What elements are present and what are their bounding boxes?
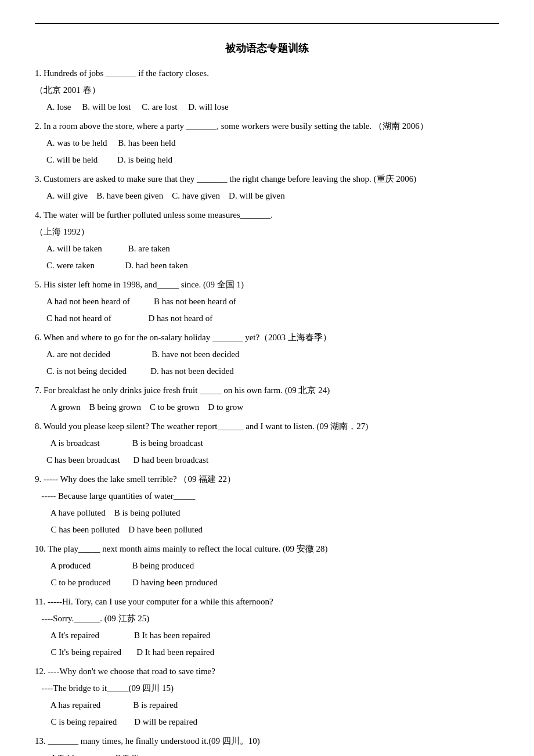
q13-opt1: A Told B Telling (46, 750, 499, 756)
q8-text: 8. Would you please keep silent? The wea… (35, 419, 499, 434)
q2-opt1: A. was to be held B. has been held (46, 135, 499, 151)
q5-opt2: C had not heard of D has not heard of (46, 311, 499, 326)
page-title: 被动语态专题训练 (35, 41, 499, 55)
q7-text: 7. For breakfast he only drinks juice fr… (35, 383, 499, 398)
top-divider (35, 23, 499, 24)
q10-opt2: C to be produced D having been produced (46, 575, 499, 591)
question-5: 5. His sister left home in 1998, and____… (35, 277, 499, 326)
question-3: 3. Customers are asked to make sure that… (35, 171, 499, 204)
q1-note: （北京 2001 春） (35, 82, 499, 98)
q12-text: 12. ----Why don't we choose that road to… (35, 664, 499, 679)
q11-opt1: A It's repaired B It has been repaired (46, 628, 499, 643)
question-1: 1. Hundreds of jobs _______ if the facto… (35, 66, 499, 115)
q8-opt2: C has been broadcast D had been broadcas… (46, 452, 499, 468)
question-4: 4. The water will be further polluted un… (35, 207, 499, 273)
q12-opt2: C is being repaired D will be repaired (46, 714, 499, 730)
q10-opt1: A produced B being produced (46, 558, 499, 574)
q5-text: 5. His sister left home in 1998, and____… (35, 277, 499, 293)
q1-text: 1. Hundreds of jobs _______ if the facto… (35, 66, 499, 81)
q10-text: 10. The play_____ next month aims mainly… (35, 541, 499, 557)
q7-options: A grown B being grown C to be grown D to… (46, 399, 499, 415)
q2-opt2: C. will be held D. is being held (46, 152, 499, 168)
q4-opt1: A. will be taken B. are taken (46, 241, 499, 257)
q9-subtext: ----- Because large quantities of water_… (35, 488, 499, 504)
q12-subtext: ----The bridge to it_____(09 四川 15) (35, 681, 499, 696)
questions-container: 1. Hundreds of jobs _______ if the facto… (35, 66, 499, 756)
q6-opt1: A. are not decided B. have not been deci… (46, 347, 499, 362)
q9-opt2: C has been polluted D have been polluted (46, 522, 499, 538)
q13-text: 13. _______ many times, he finally under… (35, 733, 499, 749)
question-9: 9. ----- Why does the lake smell terribl… (35, 471, 499, 538)
q9-opt1: A have polluted B is being polluted (46, 505, 499, 521)
q3-text: 3. Customers are asked to make sure that… (35, 171, 499, 187)
q4-note: （上海 1992） (35, 224, 499, 240)
question-11: 11. -----Hi. Tory, can I use your comput… (35, 594, 499, 660)
q4-text: 4. The water will be further polluted un… (35, 207, 499, 223)
q2-text: 2. In a room above the store, where a pa… (35, 118, 499, 134)
q4-opt2: C. were taken D. had been taken (46, 258, 499, 273)
q6-opt2: C. is not being decided D. has not been … (46, 363, 499, 379)
q1-options: A. lose B. will be lost C. are lost D. w… (46, 99, 499, 115)
question-2: 2. In a room above the store, where a pa… (35, 118, 499, 168)
q5-opt1: A had not been heard of B has not been h… (46, 294, 499, 309)
q9-text: 9. ----- Why does the lake smell terribl… (35, 471, 499, 487)
question-13: 13. _______ many times, he finally under… (35, 733, 499, 756)
q12-opt1: A has repaired B is repaired (46, 697, 499, 713)
question-7: 7. For breakfast he only drinks juice fr… (35, 383, 499, 415)
question-10: 10. The play_____ next month aims mainly… (35, 541, 499, 591)
question-6: 6. When and where to go for the on-salar… (35, 330, 499, 379)
q11-opt2: C It's being repaired D It had been repa… (46, 645, 499, 660)
question-8: 8. Would you please keep silent? The wea… (35, 419, 499, 468)
question-12: 12. ----Why don't we choose that road to… (35, 664, 499, 730)
q3-options: A. will give B. have been given C. have … (46, 188, 499, 204)
q11-subtext: ----Sorry.______. (09 江苏 25) (35, 611, 499, 627)
q8-opt1: A is broadcast B is being broadcast (46, 435, 499, 451)
q11-text: 11. -----Hi. Tory, can I use your comput… (35, 594, 499, 610)
q6-text: 6. When and where to go for the on-salar… (35, 330, 499, 345)
